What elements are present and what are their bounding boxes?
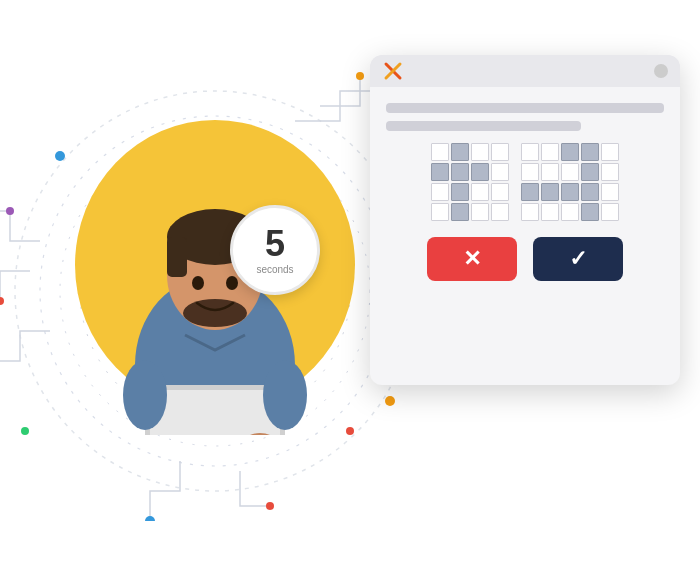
app-logo-icon	[382, 60, 404, 82]
scene: 5 seconds	[0, 0, 700, 581]
grid-cell	[521, 183, 539, 201]
action-buttons: ✕ ✓	[386, 237, 664, 281]
svg-point-13	[55, 151, 65, 161]
svg-point-29	[123, 360, 167, 430]
grid-cell	[561, 203, 579, 221]
grid-cell	[471, 163, 489, 181]
grid-cell	[541, 163, 559, 181]
grid-cell	[541, 203, 559, 221]
grid-puzzle-right	[521, 143, 619, 221]
window-close-button[interactable]	[654, 64, 668, 78]
window-titlebar	[370, 55, 680, 87]
accept-button[interactable]: ✓	[533, 237, 623, 281]
grid-cell	[581, 183, 599, 201]
svg-rect-27	[150, 390, 280, 435]
grid-cell	[451, 163, 469, 181]
placeholder-bar-1	[386, 103, 664, 113]
timer-number: 5	[265, 226, 285, 262]
grid-cell	[601, 183, 619, 201]
grid-cell	[451, 183, 469, 201]
svg-point-15	[385, 396, 395, 406]
grid-cell	[561, 163, 579, 181]
grid-cell	[471, 203, 489, 221]
grid-cell	[601, 163, 619, 181]
grid-puzzle-left	[431, 143, 509, 221]
grid-cell	[471, 183, 489, 201]
grid-cell	[431, 203, 449, 221]
svg-point-23	[183, 299, 247, 327]
window-content: ✕ ✓	[370, 87, 680, 297]
grid-cell	[491, 203, 509, 221]
svg-rect-21	[167, 237, 187, 277]
grid-cell	[491, 163, 509, 181]
svg-point-11	[266, 502, 274, 510]
svg-point-7	[356, 72, 364, 80]
grid-cell	[451, 143, 469, 161]
grid-cell	[541, 183, 559, 201]
grid-cell	[581, 203, 599, 221]
grid-cell	[491, 143, 509, 161]
accept-icon: ✓	[569, 246, 587, 272]
grid-cell	[581, 143, 599, 161]
grid-cell	[471, 143, 489, 161]
reject-button[interactable]: ✕	[427, 237, 517, 281]
grid-cell	[431, 143, 449, 161]
window-logo	[382, 60, 404, 82]
puzzle-area	[386, 143, 664, 221]
svg-point-12	[6, 207, 14, 215]
grid-cell	[601, 143, 619, 161]
grid-cell	[601, 203, 619, 221]
reject-icon: ✕	[463, 246, 481, 272]
svg-point-10	[145, 516, 155, 521]
app-window: ✕ ✓	[370, 55, 680, 385]
svg-point-14	[346, 427, 354, 435]
timer-badge: 5 seconds	[230, 205, 320, 295]
grid-cell	[431, 183, 449, 201]
svg-point-24	[192, 276, 204, 290]
svg-point-30	[263, 360, 307, 430]
svg-point-25	[226, 276, 238, 290]
person-figure	[85, 165, 345, 435]
svg-point-9	[0, 297, 4, 305]
placeholder-bar-2	[386, 121, 581, 131]
grid-cell	[451, 203, 469, 221]
timer-label: seconds	[256, 264, 293, 275]
grid-cell	[561, 183, 579, 201]
grid-cell	[491, 183, 509, 201]
grid-cell	[431, 163, 449, 181]
grid-cell	[521, 163, 539, 181]
grid-cell	[521, 203, 539, 221]
grid-cell	[541, 143, 559, 161]
grid-cell	[581, 163, 599, 181]
grid-cell	[561, 143, 579, 161]
svg-point-16	[21, 427, 29, 435]
grid-cell	[521, 143, 539, 161]
